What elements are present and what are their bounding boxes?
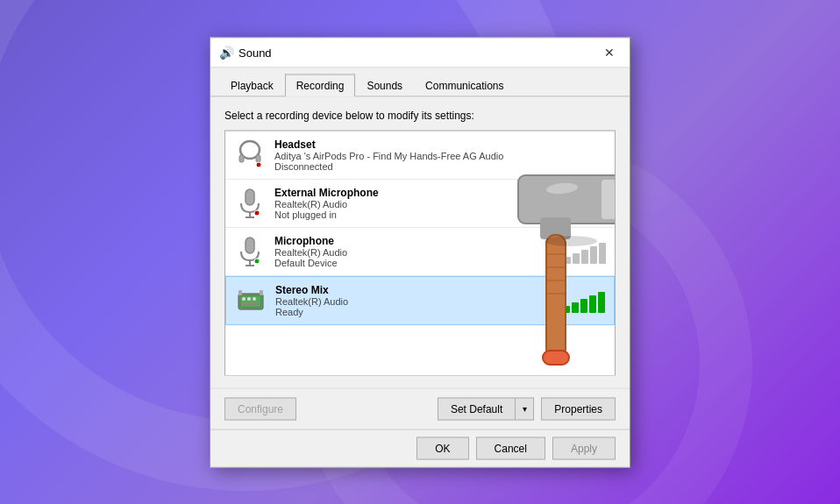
svg-rect-2 bbox=[256, 154, 260, 161]
dialog-footer: OK Cancel Apply bbox=[210, 429, 630, 466]
title-bar: 🔊 Sound ✕ bbox=[210, 38, 630, 67]
right-buttons: Set Default ▾ Properties bbox=[438, 397, 616, 420]
svg-rect-8 bbox=[246, 237, 254, 252]
tab-recording[interactable]: Recording bbox=[285, 74, 356, 96]
stereo-bar-1 bbox=[563, 305, 570, 312]
tab-bar: Playback Recording Sounds Communications bbox=[210, 67, 630, 96]
svg-rect-4 bbox=[246, 188, 254, 204]
sound-title-icon: 🔊 bbox=[219, 46, 233, 60]
svg-rect-18 bbox=[238, 289, 242, 295]
stereo-mix-info: Stereo Mix Realtek(R) Audio Ready bbox=[275, 283, 554, 316]
stereo-mix-driver: Realtek(R) Audio bbox=[275, 295, 554, 306]
tab-sounds[interactable]: Sounds bbox=[355, 74, 414, 96]
stereo-mix-name: Stereo Mix bbox=[275, 283, 554, 295]
headset-info: Headset Aditya 's AirPods Pro - Find My … bbox=[274, 138, 606, 171]
external-mic-info: External Microphone Realtek(R) Audio Not… bbox=[274, 186, 606, 219]
configure-button[interactable]: Configure bbox=[224, 397, 296, 420]
stereo-bar-5 bbox=[598, 291, 605, 312]
svg-point-14 bbox=[242, 296, 246, 300]
dialog-title: Sound bbox=[238, 46, 272, 59]
svg-rect-19 bbox=[260, 289, 263, 295]
microphone-info: Microphone Realtek(R) Audio Default Devi… bbox=[274, 234, 555, 267]
external-mic-driver: Realtek(R) Audio bbox=[274, 198, 606, 209]
content-description: Select a recording device below to modif… bbox=[224, 109, 616, 121]
svg-rect-28 bbox=[543, 350, 569, 364]
device-action-buttons: Configure Set Default ▾ Properties bbox=[210, 387, 630, 429]
headset-driver: Aditya 's AirPods Pro - Find My Hands-Fr… bbox=[274, 150, 606, 160]
external-mic-icon bbox=[234, 187, 266, 218]
set-default-group: Set Default ▾ bbox=[438, 397, 534, 420]
cancel-button[interactable]: Cancel bbox=[476, 437, 545, 459]
svg-rect-1 bbox=[239, 154, 244, 161]
bar-5 bbox=[599, 242, 606, 263]
ok-button[interactable]: OK bbox=[416, 437, 468, 459]
stereo-mix-level-bars bbox=[563, 284, 605, 316]
sound-dialog: 🔊 Sound ✕ Playback Recording Sounds Comm… bbox=[210, 37, 630, 467]
device-item-stereo-mix[interactable]: Stereo Mix Realtek(R) Audio Ready bbox=[225, 275, 615, 324]
bar-2 bbox=[573, 252, 580, 263]
stereo-bar-3 bbox=[580, 298, 587, 312]
device-item-microphone[interactable]: Microphone Realtek(R) Audio Default Devi… bbox=[225, 227, 615, 275]
stereo-mix-status: Ready bbox=[275, 306, 554, 316]
bar-3 bbox=[581, 249, 588, 263]
headset-icon bbox=[234, 138, 266, 170]
bar-1 bbox=[564, 256, 571, 263]
svg-point-7 bbox=[254, 209, 260, 215]
content-area: Select a recording device below to modif… bbox=[210, 96, 630, 387]
headset-name: Headset bbox=[274, 138, 606, 150]
svg-point-3 bbox=[256, 161, 261, 167]
tab-playback[interactable]: Playback bbox=[219, 74, 285, 96]
svg-point-15 bbox=[247, 296, 251, 300]
svg-point-16 bbox=[253, 296, 256, 300]
svg-point-11 bbox=[254, 258, 260, 263]
set-default-dropdown[interactable]: ▾ bbox=[515, 397, 534, 420]
device-item-external-mic[interactable]: External Microphone Realtek(R) Audio Not… bbox=[225, 179, 615, 227]
microphone-level-bars bbox=[564, 235, 606, 266]
properties-button[interactable]: Properties bbox=[541, 397, 616, 420]
microphone-name: Microphone bbox=[274, 234, 555, 246]
external-mic-name: External Microphone bbox=[274, 186, 606, 198]
headset-status: Disconnected bbox=[274, 160, 606, 171]
external-mic-status: Not plugged in bbox=[274, 209, 606, 219]
apply-button[interactable]: Apply bbox=[552, 437, 616, 459]
title-bar-left: 🔊 Sound bbox=[219, 46, 272, 60]
set-default-button[interactable]: Set Default bbox=[438, 397, 515, 420]
bar-4 bbox=[590, 245, 597, 263]
svg-rect-17 bbox=[242, 302, 260, 304]
microphone-status: Default Device bbox=[274, 257, 555, 267]
microphone-icon bbox=[234, 235, 266, 266]
stereo-mix-icon bbox=[235, 284, 267, 316]
device-item-headset[interactable]: Headset Aditya 's AirPods Pro - Find My … bbox=[225, 131, 615, 179]
microphone-driver: Realtek(R) Audio bbox=[274, 246, 555, 257]
stereo-bar-2 bbox=[572, 302, 579, 312]
stereo-bar-4 bbox=[589, 295, 596, 312]
tab-communications[interactable]: Communications bbox=[414, 74, 515, 96]
device-list[interactable]: Headset Aditya 's AirPods Pro - Find My … bbox=[224, 130, 616, 375]
close-button[interactable]: ✕ bbox=[598, 44, 621, 61]
